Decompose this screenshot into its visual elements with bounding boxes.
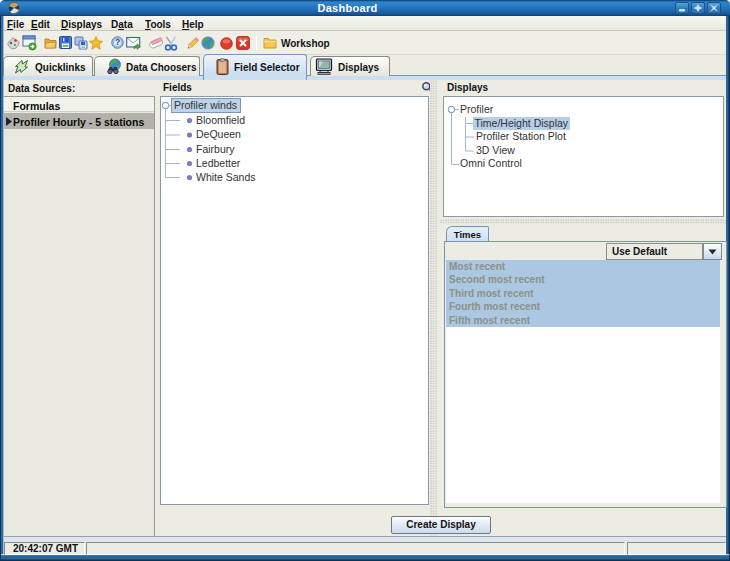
- svg-text:?: ?: [115, 37, 120, 47]
